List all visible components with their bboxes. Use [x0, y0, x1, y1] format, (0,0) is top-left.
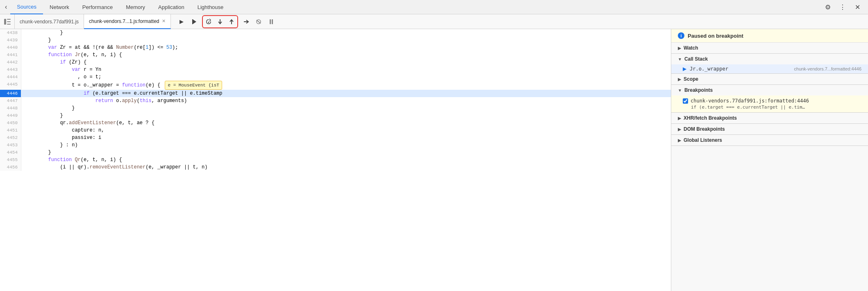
section-xhr-breakpoints: XHR/fetch Breakpoints	[671, 113, 868, 124]
section-breakpoints: Breakpoints chunk-vendors.77daf991.js:fo…	[671, 85, 868, 113]
xhr-breakpoints-section-header[interactable]: XHR/fetch Breakpoints	[671, 113, 868, 123]
settings-button[interactable]: ⚙	[822, 1, 834, 13]
breakpoint-filename: chunk-vendors.77daf991.js:formatted:4446	[691, 98, 809, 104]
code-line-4451: 4451 capture: n,	[0, 127, 671, 134]
top-tab-bar: ‹ Sources Network Performance Memory App…	[0, 0, 868, 14]
tab-memory[interactable]: Memory	[119, 0, 152, 14]
debugger-controls: ▶	[176, 15, 277, 28]
breakpoint-item-4446[interactable]: chunk-vendors.77daf991.js:formatted:4446…	[671, 95, 868, 112]
code-line-4453: 4453 } : n)	[0, 141, 671, 149]
code-line-4452: 4452 passive: i	[0, 134, 671, 141]
svg-rect-12	[272, 19, 273, 24]
tab-sources[interactable]: Sources	[10, 0, 43, 14]
step-into-button[interactable]	[214, 16, 226, 27]
svg-marker-4	[193, 19, 196, 24]
tab-lighthouse[interactable]: Lighthouse	[191, 0, 230, 14]
dom-breakpoints-label: DOM Breakpoints	[684, 126, 725, 132]
call-stack-chevron-icon	[678, 57, 682, 61]
content-area: 4438 } 4439 } 4440 var Zr = at && !(re &…	[0, 29, 868, 291]
code-editor[interactable]: 4438 } 4439 } 4440 var Zr = at && !(re &…	[0, 29, 671, 291]
step-buttons-group	[202, 15, 238, 28]
svg-rect-0	[4, 19, 6, 25]
sidebar-toggle-button[interactable]	[0, 14, 15, 29]
deactivate-breakpoints-button[interactable]	[253, 16, 264, 27]
stream-play-button[interactable]: ▶	[176, 16, 187, 27]
watch-label: Watch	[684, 45, 698, 51]
tab-network[interactable]: Network	[43, 0, 76, 14]
watch-section-header[interactable]: Watch	[671, 43, 868, 53]
dom-breakpoints-section-header[interactable]: DOM Breakpoints	[671, 124, 868, 134]
more-options-button[interactable]: ⋮	[837, 1, 848, 13]
section-dom-breakpoints: DOM Breakpoints	[671, 124, 868, 135]
section-call-stack: Call Stack ▶ Jr.o._wrapper chunk-vendors…	[671, 54, 868, 74]
breakpoint-checkbox[interactable]	[683, 98, 688, 104]
xhr-breakpoints-label: XHR/fetch Breakpoints	[684, 115, 737, 121]
code-line-4443: 4443 var r = Yn	[0, 66, 671, 73]
scope-chevron-icon	[678, 77, 681, 82]
call-stack-fn-name: Jr.o._wrapper	[690, 66, 728, 72]
code-line-4441: 4441 function Jr(e, t, n, i) {	[0, 51, 671, 59]
svg-rect-2	[7, 21, 11, 22]
watch-chevron-icon	[678, 46, 681, 50]
code-line-4447: 4447 return o.apply(this, arguments)	[0, 97, 671, 105]
code-line-4454: 4454 }	[0, 149, 671, 156]
file-tab-row: chunk-vendors.77daf991.js chunk-vendors.…	[0, 14, 868, 29]
section-scope: Scope	[671, 74, 868, 85]
step-button[interactable]	[240, 16, 252, 27]
call-stack-label: Call Stack	[684, 56, 708, 62]
call-stack-arrow-icon: ▶	[683, 66, 686, 72]
step-over-button[interactable]	[203, 16, 214, 27]
code-line-4440: 4440 var Zr = at && !(re && Number(re[1]…	[0, 44, 671, 51]
code-line-4445: 4445 t = o._wrapper = function(e) { e = …	[0, 81, 671, 90]
top-right-icons: ⚙ ⋮ ✕	[822, 1, 866, 13]
breakpoint-filename-row: chunk-vendors.77daf991.js:formatted:4446	[683, 98, 861, 104]
tab-arrow-left[interactable]: ‹	[2, 0, 10, 14]
call-stack-location: chunk-vendors.7...formatted:4446	[794, 66, 861, 71]
close-devtools-button[interactable]: ✕	[852, 1, 863, 13]
svg-rect-1	[7, 19, 11, 20]
global-listeners-chevron-icon	[678, 138, 681, 143]
call-stack-item-jr[interactable]: ▶ Jr.o._wrapper chunk-vendors.7...format…	[671, 64, 868, 73]
section-watch: Watch	[671, 43, 868, 54]
step-out-button[interactable]	[226, 16, 237, 27]
breakpoints-section-header[interactable]: Breakpoints	[671, 85, 868, 95]
pause-on-exceptions-button[interactable]	[266, 16, 277, 27]
variable-tooltip: e = MouseEvent {isT	[165, 81, 222, 90]
code-line-4449: 4449 }	[0, 112, 671, 119]
scope-section-header[interactable]: Scope	[671, 74, 868, 84]
code-line-4450: 4450 qr.addEventListener(e, t, ae ? {	[0, 119, 671, 127]
resume-execution-button[interactable]	[189, 16, 200, 27]
paused-text: Paused on breakpoint	[688, 33, 743, 39]
code-line-4448: 4448 }	[0, 105, 671, 112]
code-line-4444: 4444 , o = t;	[0, 73, 671, 81]
xhr-chevron-icon	[678, 116, 681, 120]
svg-rect-11	[270, 19, 271, 24]
code-line-4442: 4442 if (Zr) {	[0, 59, 671, 66]
breakpoints-chevron-icon	[678, 88, 682, 93]
call-stack-section-header[interactable]: Call Stack	[671, 54, 868, 64]
global-listeners-section-header[interactable]: Global Listeners	[671, 135, 868, 146]
global-listeners-label: Global Listeners	[684, 137, 722, 143]
file-tab-unformatted[interactable]: chunk-vendors.77daf991.js	[15, 14, 84, 29]
code-line-4438: 4438 }	[0, 29, 671, 36]
section-global-listeners: Global Listeners	[671, 135, 868, 146]
code-line-4446: 4446 if (e.target === e.currentTarget ||…	[0, 90, 671, 97]
right-panel: i Paused on breakpoint Watch Call Stack …	[671, 29, 868, 291]
dom-chevron-icon	[678, 127, 681, 132]
code-line-4455: 4455 function Qr(e, t, n, i) {	[0, 156, 671, 164]
breakpoint-code: if (e.target === e.currentTarget || e.ti…	[683, 105, 861, 110]
main-container: chunk-vendors.77daf991.js chunk-vendors.…	[0, 14, 868, 291]
close-tab-icon[interactable]: ✕	[162, 18, 166, 24]
file-tab-formatted[interactable]: chunk-vendors.7...1.js:formatted ✕	[84, 14, 170, 29]
paused-banner: i Paused on breakpoint	[671, 29, 868, 43]
scope-label: Scope	[684, 76, 698, 82]
svg-rect-3	[7, 24, 11, 25]
breakpoints-label: Breakpoints	[684, 87, 713, 93]
tab-performance[interactable]: Performance	[76, 0, 119, 14]
tab-application[interactable]: Application	[152, 0, 191, 14]
code-line-4439: 4439 }	[0, 36, 671, 44]
info-icon: i	[678, 32, 684, 39]
code-panel: 4438 } 4439 } 4440 var Zr = at && !(re &…	[0, 29, 671, 291]
code-line-4456: 4456 (i || qr).removeEventListener(e, _w…	[0, 164, 671, 171]
